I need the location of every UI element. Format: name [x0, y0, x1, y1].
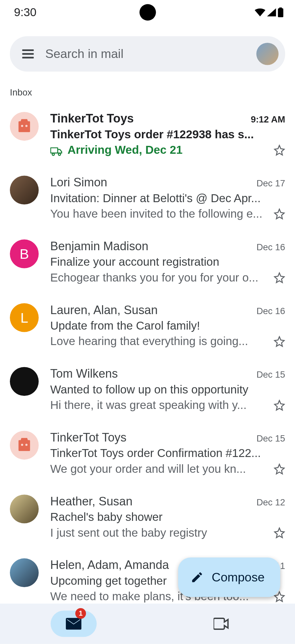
email-row[interactable]: BBenjamin MadisonDec 16Finalize your acc…	[0, 230, 295, 294]
sender-name: Heather, Susan	[50, 495, 132, 508]
sender-avatar[interactable]	[10, 431, 39, 459]
email-subject: TinkerTot Toys order #122938 has s...	[50, 128, 285, 141]
email-subject: Wanted to follow up on this opportunity	[50, 383, 285, 396]
star-icon[interactable]	[274, 208, 285, 220]
email-row[interactable]: LLauren, Alan, SusanDec 16Update from th…	[0, 294, 295, 358]
email-snippet: Hi there, it was great speaking with y..…	[50, 399, 269, 412]
star-icon[interactable]	[274, 272, 285, 283]
email-row[interactable]: Heather, SusanDec 12Rachel's baby shower…	[0, 486, 295, 550]
sender-name: Tom Wilkens	[50, 367, 118, 381]
email-row[interactable]: TinkerTot ToysDec 15TinkerTot Toys order…	[0, 422, 295, 486]
email-snippet: I just sent out the baby registry	[50, 526, 269, 539]
bottom-nav: 1	[0, 604, 295, 644]
star-icon[interactable]	[274, 145, 285, 156]
email-date: Dec 15	[256, 433, 285, 444]
sender-avatar[interactable]	[10, 176, 39, 204]
mail-icon	[66, 618, 81, 630]
email-subject: Update from the Carol family!	[50, 319, 285, 333]
compose-label: Compose	[212, 570, 264, 584]
sender-name: Lauren, Alan, Susan	[50, 303, 157, 317]
sender-name: Helen, Adam, Amanda	[50, 558, 169, 572]
nav-mail-badge: 1	[75, 608, 86, 619]
svg-rect-1	[279, 7, 282, 9]
email-date: Dec 16	[256, 306, 285, 316]
nav-meet[interactable]	[148, 604, 295, 644]
email-snippet: Love hearing that everything is going...	[50, 335, 269, 348]
sender-avatar[interactable]	[10, 495, 39, 523]
star-icon[interactable]	[274, 399, 285, 411]
email-snippet: We got your order and will let you kn...	[50, 463, 269, 476]
sender-avatar[interactable]	[10, 558, 39, 587]
sender-avatar[interactable]: B	[10, 239, 39, 268]
pencil-icon	[190, 571, 203, 584]
menu-icon[interactable]	[22, 49, 34, 58]
star-icon[interactable]	[274, 527, 285, 539]
email-date: 9:12 AM	[251, 114, 285, 125]
sender-avatar[interactable]: L	[10, 303, 39, 332]
email-subject: Invitation: Dinner at Belotti's @ Dec Ap…	[50, 192, 285, 205]
cellular-icon	[267, 8, 276, 16]
status-clock: 9:30	[14, 6, 36, 19]
status-icons	[255, 7, 283, 17]
star-icon[interactable]	[274, 463, 285, 475]
sender-name: TinkerTot Toys	[50, 112, 134, 125]
sender-avatar[interactable]	[10, 112, 39, 141]
email-date: Dec 12	[256, 497, 285, 508]
battery-icon	[278, 7, 283, 17]
status-bar: 9:30	[0, 0, 295, 25]
video-icon	[213, 618, 229, 630]
sender-name: Benjamin Madison	[50, 239, 148, 253]
wifi-icon	[255, 8, 265, 16]
svg-point-4	[58, 153, 61, 155]
nav-mail[interactable]: 1	[0, 604, 148, 644]
search-placeholder: Search in mail	[45, 47, 256, 61]
tracking-status: Arriving Wed, Dec 21	[50, 144, 269, 157]
email-date: Dec 17	[256, 178, 285, 189]
email-subject: Finalize your account registration	[50, 255, 285, 269]
compose-button[interactable]: Compose	[178, 557, 280, 597]
email-row[interactable]: Tom WilkensDec 15Wanted to follow up on …	[0, 358, 295, 422]
section-label: Inbox	[0, 80, 295, 103]
email-snippet: Echogear thanks you for you for your o..…	[50, 271, 269, 284]
email-subject: Rachel's baby shower	[50, 511, 285, 524]
email-date: Dec 15	[256, 369, 285, 380]
email-row[interactable]: Lori SimonDec 17Invitation: Dinner at Be…	[0, 167, 295, 230]
star-icon[interactable]	[274, 336, 285, 347]
truck-icon	[50, 146, 62, 154]
account-avatar[interactable]	[256, 43, 279, 65]
sender-name: TinkerTot Toys	[50, 431, 126, 444]
svg-rect-2	[51, 148, 58, 153]
sender-name: Lori Simon	[50, 176, 107, 189]
mail-list: TinkerTot Toys9:12 AMTinkerTot Toys orde…	[0, 103, 295, 613]
camera-cutout	[139, 4, 156, 20]
email-date: Dec 16	[256, 242, 285, 253]
email-snippet: You have been invited to the following e…	[50, 207, 269, 221]
svg-point-3	[52, 153, 54, 155]
svg-rect-0	[278, 8, 283, 17]
sender-avatar[interactable]	[10, 367, 39, 396]
email-row[interactable]: TinkerTot Toys9:12 AMTinkerTot Toys orde…	[0, 103, 295, 167]
search-bar[interactable]: Search in mail	[10, 36, 285, 71]
email-subject: TinkerTot Toys order Confirmation #122..…	[50, 447, 285, 460]
